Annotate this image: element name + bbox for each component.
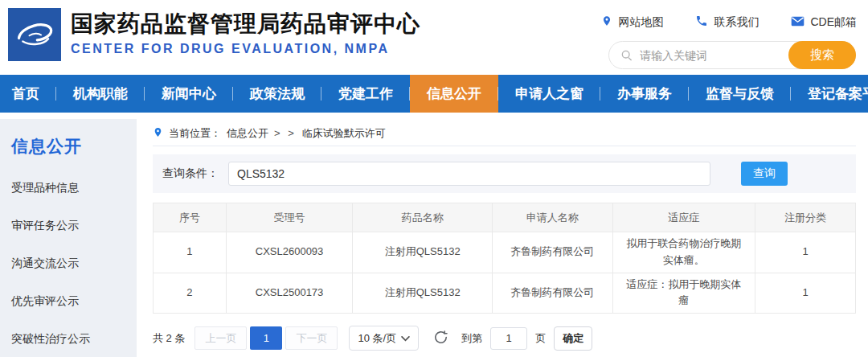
brand-block: 国家药品监督管理局药品审评中心 CENTER FOR DRUG EVALUATI…	[71, 10, 420, 56]
col-header-indication: 适应症	[612, 203, 755, 232]
cell-acceptance-no: CXSL2500173	[226, 273, 352, 314]
nav-item-registration[interactable]: 登记备案平台	[791, 75, 868, 113]
goto-page-input[interactable]	[490, 327, 527, 350]
search-button[interactable]: 搜索	[788, 41, 856, 69]
breadcrumb-pin-icon	[153, 126, 163, 141]
refresh-icon	[433, 330, 448, 347]
total-count-label: 共 2 条	[153, 331, 185, 346]
site-search: 搜索	[608, 41, 856, 69]
cell-registration-class: 1	[755, 273, 856, 314]
prev-page-button[interactable]: 上一页	[194, 326, 247, 350]
nav-item-info-disclosure[interactable]: 信息公开	[410, 75, 498, 113]
nav-item-supervision[interactable]: 监督与反馈	[689, 75, 791, 113]
sidebar-item-breakthrough-therapy[interactable]: 突破性治疗公示	[11, 332, 137, 347]
contact-link[interactable]: 联系我们	[695, 14, 759, 30]
site-header: 国家药品监督管理局药品审评中心 CENTER FOR DRUG EVALUATI…	[0, 0, 868, 75]
envelope-icon	[791, 15, 805, 30]
goto-page-prefix: 到第	[461, 331, 482, 346]
nav-item-party[interactable]: 党建工作	[321, 75, 410, 113]
refresh-button[interactable]	[433, 330, 448, 347]
page: 国家药品监督管理局药品审评中心 CENTER FOR DRUG EVALUATI…	[0, 0, 868, 357]
nav-item-services[interactable]: 办事服务	[600, 75, 689, 113]
sidebar-item-review-tasks[interactable]: 审评任务公示	[11, 219, 137, 233]
col-header-acceptance-no: 受理号	[226, 203, 352, 232]
contact-label: 联系我们	[714, 15, 759, 30]
sidebar-item-priority-review[interactable]: 优先审评公示	[11, 294, 137, 309]
nav-item-functions[interactable]: 机构职能	[56, 75, 145, 113]
query-button[interactable]: 查询	[741, 162, 788, 186]
chevron-down-icon	[401, 332, 410, 344]
utility-links: 网站地图 联系我们 CDE邮箱	[601, 14, 857, 30]
col-header-applicant: 申请人名称	[493, 203, 612, 232]
col-header-index: 序号	[154, 203, 227, 232]
search-icon	[620, 49, 633, 62]
phone-icon	[695, 14, 708, 30]
cell-index: 2	[154, 273, 227, 314]
query-input[interactable]	[228, 162, 710, 186]
sidebar-item-accepted-varieties[interactable]: 受理品种信息	[11, 181, 137, 195]
cde-mail-label: CDE邮箱	[810, 15, 857, 30]
breadcrumb-prefix: 当前位置：	[169, 126, 221, 141]
cde-logo[interactable]	[8, 8, 61, 61]
content-area: 信息公开 受理品种信息 审评任务公示 沟通交流公示 优先审评公示 突破性治疗公示…	[0, 113, 868, 357]
nav-item-policy[interactable]: 政策法规	[233, 75, 321, 113]
query-panel: 查询条件： 查询	[153, 154, 856, 193]
cde-mail-link[interactable]: CDE邮箱	[791, 14, 857, 30]
page-size-value: 10 条/页	[358, 331, 396, 346]
sidebar-item-communication[interactable]: 沟通交流公示	[11, 256, 137, 271]
query-label: 查询条件：	[162, 166, 219, 181]
page-size-select[interactable]: 10 条/页	[349, 326, 419, 351]
nav-item-applicant[interactable]: 申请人之窗	[498, 75, 600, 113]
table-row: 2 CXSL2500173 注射用QLS5132 齐鲁制药有限公司 适应症：拟用…	[154, 273, 856, 314]
page-number-button[interactable]: 1	[250, 326, 282, 350]
pagination: 共 2 条 上一页 1 下一页 10 条/页 到第 页	[153, 326, 856, 351]
table-header-row: 序号 受理号 药品名称 申请人名称 适应症 注册分类	[154, 203, 856, 232]
cell-index: 1	[154, 232, 227, 273]
results-table: 序号 受理号 药品名称 申请人名称 适应症 注册分类 1 CXSL2600093…	[153, 203, 856, 314]
cell-drug-name: 注射用QLS5132	[353, 232, 493, 273]
main-nav: 首页 机构职能 新闻中心 政策法规 党建工作 信息公开 申请人之窗 办事服务 监…	[0, 75, 868, 113]
col-header-drug-name: 药品名称	[353, 203, 493, 232]
nav-item-home[interactable]: 首页	[0, 75, 56, 113]
sidebar-title: 信息公开	[11, 135, 137, 158]
breadcrumb-separator: > >	[274, 127, 297, 139]
cell-indication: 拟用于联合药物治疗晚期实体瘤。	[612, 232, 755, 273]
table-row: 1 CXSL2600093 注射用QLS5132 齐鲁制药有限公司 拟用于联合药…	[154, 232, 856, 273]
cell-applicant: 齐鲁制药有限公司	[493, 232, 612, 273]
site-title: 国家药品监督管理局药品审评中心	[71, 10, 420, 38]
goto-page-suffix: 页	[535, 331, 546, 346]
breadcrumb-section[interactable]: 信息公开	[227, 126, 268, 141]
breadcrumb: 当前位置： 信息公开 > > 临床试验默示许可	[153, 122, 856, 146]
nav-item-news[interactable]: 新闻中心	[145, 75, 233, 113]
cell-acceptance-no: CXSL2600093	[226, 232, 352, 273]
site-subtitle: CENTER FOR DRUG EVALUATION, NMPA	[71, 42, 420, 56]
sitemap-label: 网站地图	[618, 15, 663, 30]
confirm-button[interactable]: 确定	[554, 326, 592, 351]
cell-registration-class: 1	[755, 232, 856, 273]
cde-logo-swirl-icon	[14, 12, 55, 57]
sidebar: 信息公开 受理品种信息 审评任务公示 沟通交流公示 优先审评公示 突破性治疗公示…	[0, 119, 137, 357]
search-input[interactable]	[640, 49, 768, 62]
next-page-button[interactable]: 下一页	[285, 326, 338, 350]
sitemap-link[interactable]: 网站地图	[601, 14, 663, 30]
breadcrumb-current: 临床试验默示许可	[302, 126, 386, 141]
location-pin-icon	[601, 14, 612, 30]
col-header-registration-class: 注册分类	[755, 203, 856, 232]
main-panel: 当前位置： 信息公开 > > 临床试验默示许可 查询条件： 查询 序号 受理号 …	[153, 122, 856, 351]
cell-drug-name: 注射用QLS5132	[353, 273, 493, 314]
cell-applicant: 齐鲁制药有限公司	[493, 273, 612, 314]
cell-indication: 适应症：拟用于晚期实体瘤	[612, 273, 755, 314]
